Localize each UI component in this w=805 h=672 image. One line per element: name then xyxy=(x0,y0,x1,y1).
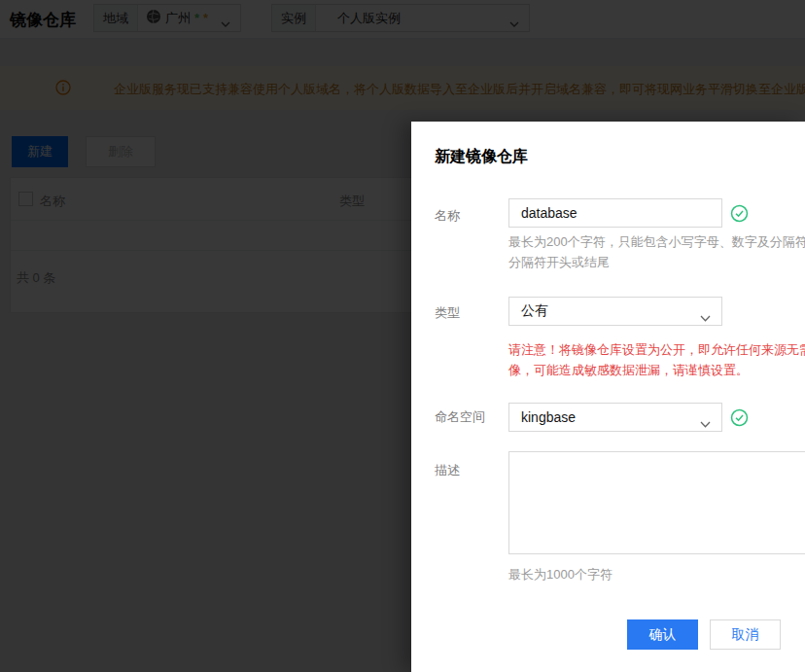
check-circle-icon xyxy=(730,408,749,427)
drawer-title: 新建镜像仓库 xyxy=(435,147,528,167)
name-input[interactable] xyxy=(508,198,722,228)
chevron-down-icon xyxy=(700,415,711,431)
namespace-select[interactable]: kingbase xyxy=(508,403,722,432)
description-textarea[interactable] xyxy=(508,451,805,554)
namespace-field-label: 命名空间 xyxy=(435,408,485,426)
type-field-label: 类型 xyxy=(435,304,460,322)
description-field-label: 描述 xyxy=(435,462,460,479)
public-warning-text: 请注意！将镜像仓库设置为公开，即允许任何来源无需 像，可能造成敏感数据泄漏，请谨… xyxy=(508,339,805,380)
check-circle-icon xyxy=(730,204,749,223)
confirm-button[interactable]: 确认 xyxy=(627,619,698,650)
create-repository-drawer: 新建镜像仓库 名称 最长为200个字符，只能包含小写字母、数字及分隔符（ 分隔符… xyxy=(411,122,805,672)
type-select-value: 公有 xyxy=(521,302,548,320)
name-field-label: 名称 xyxy=(435,207,460,225)
name-help-text: 最长为200个字符，只能包含小写字母、数字及分隔符（ 分隔符开头或结尾 xyxy=(508,231,805,272)
cancel-button[interactable]: 取消 xyxy=(710,619,781,650)
description-help-text: 最长为1000个字符 xyxy=(508,564,612,584)
chevron-down-icon xyxy=(700,309,711,325)
namespace-select-value: kingbase xyxy=(521,409,576,425)
type-select[interactable]: 公有 xyxy=(508,297,722,326)
